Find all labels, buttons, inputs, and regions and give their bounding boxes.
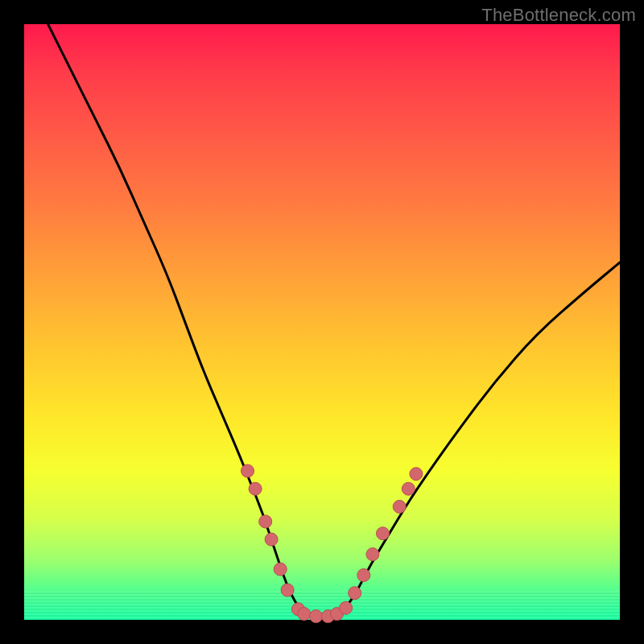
chart-frame: TheBottleneck.com — [0, 0, 644, 644]
data-point — [310, 610, 323, 623]
data-point — [242, 464, 254, 477]
bottleneck-chart-svg — [24, 24, 620, 620]
data-point — [259, 515, 272, 528]
data-point — [349, 587, 361, 600]
plot-area — [24, 24, 620, 620]
bottleneck-curve — [48, 24, 620, 619]
data-point — [281, 584, 294, 597]
data-point — [298, 608, 311, 621]
data-point — [402, 482, 415, 495]
data-point — [274, 563, 287, 576]
data-points-group — [242, 464, 423, 623]
data-point — [366, 548, 379, 561]
data-point — [249, 482, 262, 495]
data-point — [393, 500, 406, 513]
data-point — [265, 533, 278, 546]
data-point — [357, 569, 370, 582]
data-point — [377, 527, 390, 540]
watermark-label: TheBottleneck.com — [481, 5, 636, 26]
data-point — [340, 601, 353, 614]
data-point — [410, 468, 423, 481]
